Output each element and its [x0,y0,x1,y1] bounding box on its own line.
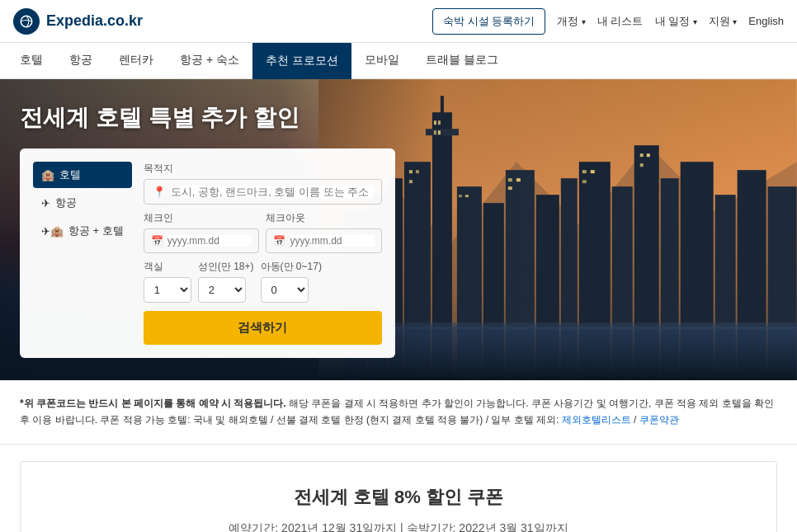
search-box: 🏨 호텔 ✈ 항공 ✈🏨 항공 + 호텔 목적지 [20,148,395,358]
nav-item-blog[interactable]: 트래블 블로그 [413,43,512,79]
checkin-input-wrapper: 📅 [144,228,260,253]
calendar-icon-checkin: 📅 [151,235,163,247]
mylist-link[interactable]: 내 리스트 [597,14,644,29]
hero-section: 전세계 호텔 특별 추가 할인 🏨 호텔 ✈ 항공 ✈🏨 항공 + 호 [0,79,797,380]
language-button[interactable]: English [748,15,784,27]
account-link[interactable]: 개정 ▾ [557,14,586,29]
checkin-label: 체크인 [144,211,260,225]
adults-select[interactable]: 1234 [198,277,246,303]
hero-title: 전세계 호텔 특별 추가 할인 [20,102,416,134]
destination-input[interactable] [171,186,373,198]
rooms-select[interactable]: 1234 [144,277,191,303]
logo[interactable]: Expedia.co.kr [13,8,143,35]
nav-item-promo[interactable]: 추천 프로모션 [252,43,351,79]
location-icon: 📍 [153,186,166,198]
main-nav: 호텔 항공 렌터카 항공 + 숙소 추천 프로모션 모바일 트래블 블로그 [0,43,797,79]
hero-content: 전세계 호텔 특별 추가 할인 🏨 호텔 ✈ 항공 ✈🏨 항공 + 호 [20,102,416,358]
rooms-label: 객실 [144,260,191,274]
disclaimer-bold: *위 쿠폰코드는 반드시 본 페이지를 통해 예약 시 적용됩니다. [20,398,286,409]
nav-item-flight[interactable]: 항공 [56,43,106,79]
nav-item-hotel[interactable]: 호텔 [7,43,56,79]
flight-hotel-icon: ✈🏨 [41,225,64,238]
support-link[interactable]: 지원 ▾ [709,14,738,29]
checkout-label: 체크아웃 [266,211,382,225]
logo-text: Expedia.co.kr [46,12,143,30]
disclaimer-link-hotels[interactable]: 제외호텔리스트 [562,414,631,426]
tab-flight-hotel[interactable]: ✈🏨 항공 + 호텔 [33,218,132,244]
header: Expedia.co.kr 숙박 시설 등록하기 개정 ▾ 내 리스트 내 일정… [0,0,797,43]
disclaimer-link-terms[interactable]: 쿠폰약관 [639,414,679,426]
coupon-period: 예약기간: 2021년 12월 31일까지 | 숙박기간: 2022년 3월 3… [40,521,757,532]
checkout-input[interactable] [290,235,375,247]
nav-item-flight-hotel[interactable]: 항공 + 숙소 [167,43,252,79]
flight-icon: ✈ [41,197,50,210]
register-button[interactable]: 숙박 시설 등록하기 [432,8,545,35]
destination-label: 목적지 [144,162,382,176]
adults-label: 성인(만 18+) [198,260,254,274]
disclaimer-section: *위 쿠폰코드는 반드시 본 페이지를 통해 예약 시 적용됩니다. 해당 쿠폰… [0,380,797,445]
tab-flight[interactable]: ✈ 항공 [33,190,132,216]
calendar-icon-checkout: 📅 [273,235,285,247]
children-select[interactable]: 0123 [261,277,309,303]
svg-point-0 [21,16,32,27]
nav-item-rental[interactable]: 렌터카 [106,43,167,79]
destination-input-wrapper: 📍 [144,179,382,205]
checkout-input-wrapper: 📅 [266,228,382,253]
coupon-title: 전세계 호텔 8% 할인 쿠폰 [40,485,757,510]
search-button[interactable]: 검색하기 [144,311,382,345]
hotel-icon: 🏨 [41,169,54,181]
coupon-section: 전세계 호텔 8% 할인 쿠폰 예약기간: 2021년 12월 31일까지 | … [20,461,777,532]
children-label: 아동(만 0~17) [261,260,322,274]
myplan-link[interactable]: 내 일정 ▾ [655,14,697,29]
tab-hotel[interactable]: 🏨 호텔 [33,162,132,188]
disclaimer-separator: / [631,414,639,426]
nav-item-mobile[interactable]: 모바일 [351,43,413,79]
checkin-input[interactable] [167,235,252,247]
